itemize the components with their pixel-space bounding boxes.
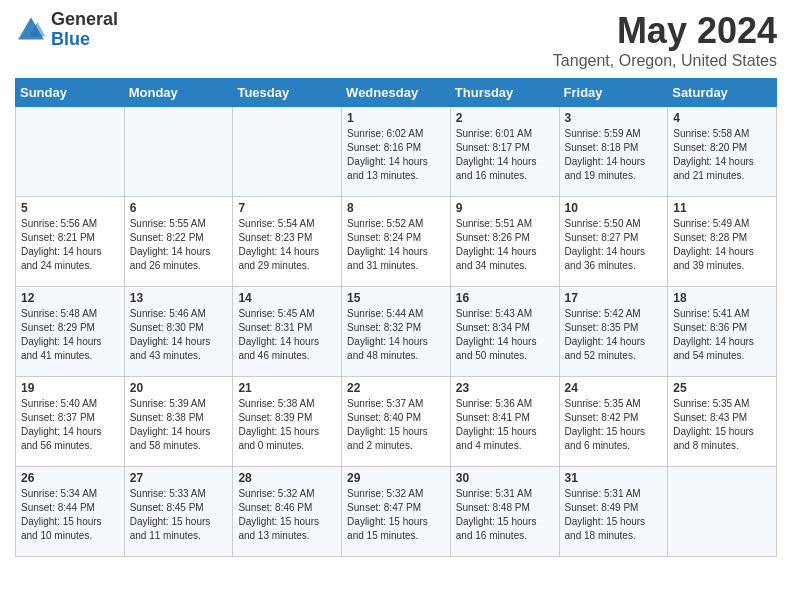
title-block: May 2024 Tangent, Oregon, United States — [553, 10, 777, 70]
header-sunday: Sunday — [16, 79, 125, 107]
day-info: Sunrise: 5:46 AM Sunset: 8:30 PM Dayligh… — [130, 307, 228, 363]
day-number: 28 — [238, 471, 336, 485]
day-number: 8 — [347, 201, 445, 215]
day-info: Sunrise: 5:43 AM Sunset: 8:34 PM Dayligh… — [456, 307, 554, 363]
day-info: Sunrise: 5:37 AM Sunset: 8:40 PM Dayligh… — [347, 397, 445, 453]
day-info: Sunrise: 5:36 AM Sunset: 8:41 PM Dayligh… — [456, 397, 554, 453]
day-info: Sunrise: 5:35 AM Sunset: 8:42 PM Dayligh… — [565, 397, 663, 453]
day-info: Sunrise: 5:31 AM Sunset: 8:49 PM Dayligh… — [565, 487, 663, 543]
day-cell: 23Sunrise: 5:36 AM Sunset: 8:41 PM Dayli… — [450, 377, 559, 467]
day-info: Sunrise: 5:38 AM Sunset: 8:39 PM Dayligh… — [238, 397, 336, 453]
day-number: 11 — [673, 201, 771, 215]
calendar-header: SundayMondayTuesdayWednesdayThursdayFrid… — [16, 79, 777, 107]
day-number: 7 — [238, 201, 336, 215]
day-cell: 29Sunrise: 5:32 AM Sunset: 8:47 PM Dayli… — [342, 467, 451, 557]
logo-general: General — [51, 10, 118, 30]
day-info: Sunrise: 5:54 AM Sunset: 8:23 PM Dayligh… — [238, 217, 336, 273]
day-info: Sunrise: 5:42 AM Sunset: 8:35 PM Dayligh… — [565, 307, 663, 363]
day-info: Sunrise: 5:35 AM Sunset: 8:43 PM Dayligh… — [673, 397, 771, 453]
day-info: Sunrise: 5:55 AM Sunset: 8:22 PM Dayligh… — [130, 217, 228, 273]
day-cell: 26Sunrise: 5:34 AM Sunset: 8:44 PM Dayli… — [16, 467, 125, 557]
day-number: 15 — [347, 291, 445, 305]
day-number: 17 — [565, 291, 663, 305]
day-number: 9 — [456, 201, 554, 215]
day-info: Sunrise: 5:40 AM Sunset: 8:37 PM Dayligh… — [21, 397, 119, 453]
day-number: 24 — [565, 381, 663, 395]
day-number: 5 — [21, 201, 119, 215]
day-number: 22 — [347, 381, 445, 395]
week-row-4: 19Sunrise: 5:40 AM Sunset: 8:37 PM Dayli… — [16, 377, 777, 467]
day-number: 6 — [130, 201, 228, 215]
day-info: Sunrise: 5:39 AM Sunset: 8:38 PM Dayligh… — [130, 397, 228, 453]
day-cell: 14Sunrise: 5:45 AM Sunset: 8:31 PM Dayli… — [233, 287, 342, 377]
header-wednesday: Wednesday — [342, 79, 451, 107]
day-number: 30 — [456, 471, 554, 485]
day-info: Sunrise: 5:48 AM Sunset: 8:29 PM Dayligh… — [21, 307, 119, 363]
day-number: 27 — [130, 471, 228, 485]
day-info: Sunrise: 5:58 AM Sunset: 8:20 PM Dayligh… — [673, 127, 771, 183]
day-number: 4 — [673, 111, 771, 125]
day-cell — [16, 107, 125, 197]
day-number: 29 — [347, 471, 445, 485]
logo: General Blue — [15, 10, 118, 50]
day-cell: 8Sunrise: 5:52 AM Sunset: 8:24 PM Daylig… — [342, 197, 451, 287]
day-number: 1 — [347, 111, 445, 125]
page-header: General Blue May 2024 Tangent, Oregon, U… — [15, 10, 777, 70]
day-number: 16 — [456, 291, 554, 305]
day-cell: 24Sunrise: 5:35 AM Sunset: 8:42 PM Dayli… — [559, 377, 668, 467]
day-info: Sunrise: 5:31 AM Sunset: 8:48 PM Dayligh… — [456, 487, 554, 543]
day-cell — [233, 107, 342, 197]
day-cell: 20Sunrise: 5:39 AM Sunset: 8:38 PM Dayli… — [124, 377, 233, 467]
day-cell — [668, 467, 777, 557]
day-cell: 10Sunrise: 5:50 AM Sunset: 8:27 PM Dayli… — [559, 197, 668, 287]
day-cell: 13Sunrise: 5:46 AM Sunset: 8:30 PM Dayli… — [124, 287, 233, 377]
day-cell: 5Sunrise: 5:56 AM Sunset: 8:21 PM Daylig… — [16, 197, 125, 287]
day-cell: 7Sunrise: 5:54 AM Sunset: 8:23 PM Daylig… — [233, 197, 342, 287]
day-number: 21 — [238, 381, 336, 395]
day-info: Sunrise: 5:50 AM Sunset: 8:27 PM Dayligh… — [565, 217, 663, 273]
header-tuesday: Tuesday — [233, 79, 342, 107]
day-info: Sunrise: 5:59 AM Sunset: 8:18 PM Dayligh… — [565, 127, 663, 183]
day-number: 2 — [456, 111, 554, 125]
day-cell: 21Sunrise: 5:38 AM Sunset: 8:39 PM Dayli… — [233, 377, 342, 467]
calendar-table: SundayMondayTuesdayWednesdayThursdayFrid… — [15, 78, 777, 557]
day-number: 31 — [565, 471, 663, 485]
header-saturday: Saturday — [668, 79, 777, 107]
day-cell: 3Sunrise: 5:59 AM Sunset: 8:18 PM Daylig… — [559, 107, 668, 197]
day-cell: 1Sunrise: 6:02 AM Sunset: 8:16 PM Daylig… — [342, 107, 451, 197]
logo-icon — [15, 14, 47, 46]
header-friday: Friday — [559, 79, 668, 107]
week-row-2: 5Sunrise: 5:56 AM Sunset: 8:21 PM Daylig… — [16, 197, 777, 287]
day-number: 25 — [673, 381, 771, 395]
day-cell: 16Sunrise: 5:43 AM Sunset: 8:34 PM Dayli… — [450, 287, 559, 377]
day-cell: 6Sunrise: 5:55 AM Sunset: 8:22 PM Daylig… — [124, 197, 233, 287]
week-row-3: 12Sunrise: 5:48 AM Sunset: 8:29 PM Dayli… — [16, 287, 777, 377]
week-row-1: 1Sunrise: 6:02 AM Sunset: 8:16 PM Daylig… — [16, 107, 777, 197]
day-number: 14 — [238, 291, 336, 305]
day-info: Sunrise: 5:41 AM Sunset: 8:36 PM Dayligh… — [673, 307, 771, 363]
day-number: 26 — [21, 471, 119, 485]
day-info: Sunrise: 6:02 AM Sunset: 8:16 PM Dayligh… — [347, 127, 445, 183]
day-cell: 17Sunrise: 5:42 AM Sunset: 8:35 PM Dayli… — [559, 287, 668, 377]
day-info: Sunrise: 5:34 AM Sunset: 8:44 PM Dayligh… — [21, 487, 119, 543]
day-cell: 30Sunrise: 5:31 AM Sunset: 8:48 PM Dayli… — [450, 467, 559, 557]
day-number: 3 — [565, 111, 663, 125]
day-cell: 11Sunrise: 5:49 AM Sunset: 8:28 PM Dayli… — [668, 197, 777, 287]
main-title: May 2024 — [553, 10, 777, 52]
day-cell: 28Sunrise: 5:32 AM Sunset: 8:46 PM Dayli… — [233, 467, 342, 557]
day-number: 10 — [565, 201, 663, 215]
day-info: Sunrise: 5:32 AM Sunset: 8:46 PM Dayligh… — [238, 487, 336, 543]
day-cell: 27Sunrise: 5:33 AM Sunset: 8:45 PM Dayli… — [124, 467, 233, 557]
day-cell: 15Sunrise: 5:44 AM Sunset: 8:32 PM Dayli… — [342, 287, 451, 377]
day-cell: 18Sunrise: 5:41 AM Sunset: 8:36 PM Dayli… — [668, 287, 777, 377]
day-info: Sunrise: 5:32 AM Sunset: 8:47 PM Dayligh… — [347, 487, 445, 543]
calendar-body: 1Sunrise: 6:02 AM Sunset: 8:16 PM Daylig… — [16, 107, 777, 557]
day-cell: 2Sunrise: 6:01 AM Sunset: 8:17 PM Daylig… — [450, 107, 559, 197]
day-cell — [124, 107, 233, 197]
day-info: Sunrise: 6:01 AM Sunset: 8:17 PM Dayligh… — [456, 127, 554, 183]
logo-blue: Blue — [51, 30, 118, 50]
week-row-5: 26Sunrise: 5:34 AM Sunset: 8:44 PM Dayli… — [16, 467, 777, 557]
day-number: 13 — [130, 291, 228, 305]
header-thursday: Thursday — [450, 79, 559, 107]
day-cell: 19Sunrise: 5:40 AM Sunset: 8:37 PM Dayli… — [16, 377, 125, 467]
